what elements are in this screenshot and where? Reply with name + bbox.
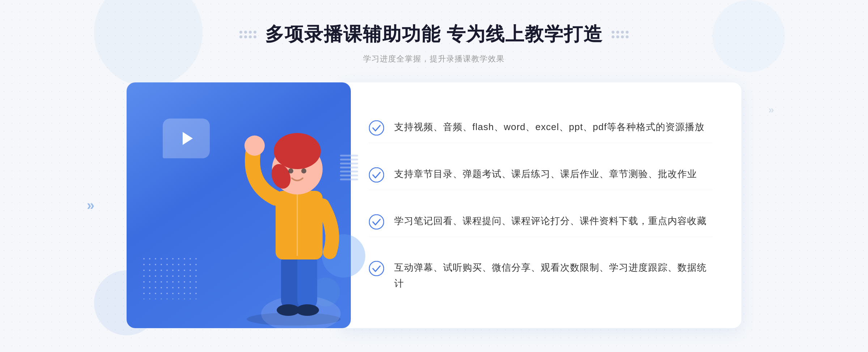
play-icon [183, 132, 193, 145]
svg-point-18 [369, 261, 384, 276]
svg-point-15 [369, 121, 384, 135]
page-title: 多项录播课辅助功能 专为线上教学打造 [265, 22, 603, 47]
feature-text-1: 支持视频、音频、flash、word、excel、ppt、pdf等各种格式的资源… [394, 119, 705, 135]
check-icon-3 [369, 214, 384, 229]
person-illustration [225, 119, 362, 328]
play-bubble [163, 119, 210, 158]
feature-item-4: 互动弹幕、试听购买、微信分享、观看次数限制、学习进度跟踪、数据统计 [369, 252, 712, 299]
bg-circle-top-right [712, 0, 785, 72]
check-icon-2 [369, 167, 384, 183]
page-header: 多项录播课辅助功能 专为线上教学打造 学习进度全掌握，提升录播课教学效果 [239, 22, 629, 64]
title-deco-right [612, 31, 629, 38]
feature-item-2: 支持章节目录、弹题考试、课后练习、课后作业、章节测验、批改作业 [369, 159, 712, 190]
check-icon-4 [369, 261, 384, 276]
dots-grid-deco [141, 256, 199, 299]
svg-point-5 [296, 304, 319, 316]
feature-text-4: 互动弹幕、试听购买、微信分享、观看次数限制、学习进度跟踪、数据统计 [394, 259, 712, 291]
svg-point-13 [301, 168, 306, 173]
svg-point-7 [244, 136, 265, 156]
feature-text-3: 学习笔记回看、课程提问、课程评论打分、课件资料下载，重点内容收藏 [394, 213, 707, 229]
svg-point-12 [288, 168, 293, 173]
svg-rect-3 [297, 252, 317, 310]
bg-circle-top-left [94, 0, 203, 87]
left-chevron-icon: » [87, 198, 94, 213]
feature-item-1: 支持视频、音频、flash、word、excel、ppt、pdf等各种格式的资源… [369, 112, 712, 143]
page-subtitle: 学习进度全掌握，提升录播课教学效果 [363, 53, 505, 64]
svg-rect-6 [276, 191, 323, 259]
page-container: 多项录播课辅助功能 专为线上教学打造 学习进度全掌握，提升录播课教学效果 » [0, 0, 868, 352]
right-chevron-icon: » [768, 104, 774, 116]
main-content: » [127, 82, 741, 328]
svg-point-10 [274, 133, 321, 169]
svg-point-16 [369, 168, 384, 182]
check-icon-1 [369, 120, 384, 136]
svg-point-17 [369, 215, 384, 229]
feature-text-2: 支持章节目录、弹题考试、课后练习、课后作业、章节测验、批改作业 [394, 166, 697, 182]
title-deco-left [239, 31, 256, 38]
illustration-card [127, 82, 351, 328]
feature-item-3: 学习笔记回看、课程提问、课程评论打分、课件资料下载，重点内容收藏 [369, 206, 712, 237]
title-row: 多项录播课辅助功能 专为线上教学打造 [239, 22, 629, 47]
features-card: 支持视频、音频、flash、word、excel、ppt、pdf等各种格式的资源… [340, 82, 741, 328]
